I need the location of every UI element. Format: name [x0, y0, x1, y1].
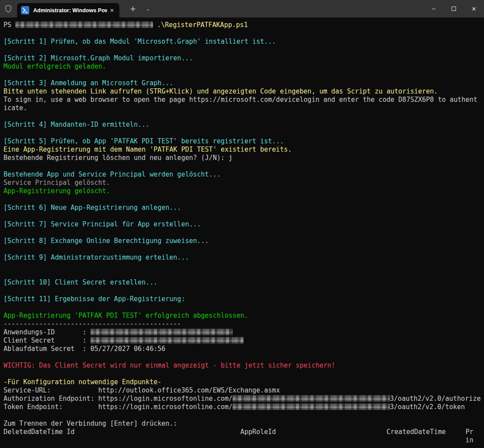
new-tab-button[interactable]: + [126, 3, 139, 14]
terminal-line [3, 162, 484, 170]
terminal-line [3, 229, 484, 237]
spacing [276, 428, 387, 436]
terminal-line: [Schritt 10] Client Secret erstellen... [3, 278, 484, 287]
maximize-icon [452, 7, 456, 11]
tab-title: Administrator: Windows Pow [33, 7, 107, 14]
terminal-text: in [466, 436, 474, 444]
terminal-output[interactable]: PS .\RegisterPATFAKApp.ps1 [Schritt 1] P… [0, 17, 484, 448]
terminal-line [3, 270, 484, 278]
spacing [55, 328, 82, 336]
terminal-text: [Schritt 3] Anmeldung an Microsoft Graph… [3, 79, 173, 87]
terminal-text: : [83, 328, 91, 336]
terminal-text: Modul erfolgreich geladen. [3, 63, 106, 70]
terminal-text: Bitte unten stehenden Link aufrufen (STR… [3, 87, 438, 95]
terminal-text: [Schritt 11] Ergebnisse der App-Registri… [3, 295, 185, 303]
terminal-text: icate. [3, 104, 27, 112]
terminal-text: Anwendungs-ID [3, 328, 55, 336]
terminal-line: in [3, 436, 484, 445]
terminal-line: [Schritt 6] Neue App-Registrierung anleg… [3, 204, 484, 212]
terminal-line: Eine App-Registrierung mit dem Namen 'PA… [3, 146, 484, 154]
terminal-line: Client Secret : [3, 337, 484, 345]
redacted-text [91, 329, 233, 335]
window-titlebar: Administrator: Windows Pow ✕ + ⌄ ─ ✕ [0, 0, 484, 17]
terminal-text: App-Registrierung 'PATFAK PDI TEST' erfo… [3, 312, 248, 320]
tab-powershell-admin[interactable]: Administrator: Windows Pow ✕ [17, 3, 119, 17]
terminal-line: [Schritt 1] Prüfen, ob das Modul 'Micros… [3, 38, 484, 46]
terminal-line: Bestehende App und Service Principal wer… [3, 170, 484, 179]
terminal-text: https://login.microsoftonline.com/ [98, 403, 233, 411]
terminal-line: [Schritt 4] Mandanten-ID ermitteln... [3, 121, 484, 129]
terminal-text: Client Secret [3, 337, 55, 344]
terminal-line [3, 195, 484, 204]
terminal-line [3, 262, 484, 270]
terminal-line [3, 303, 484, 312]
terminal-text: Bestehende App und Service Principal wer… [3, 170, 221, 178]
redacted-text [233, 403, 390, 410]
terminal-line: Ablaufdatum Secret : 05/27/2027 06:46:56 [3, 345, 484, 353]
terminal-text: 3/oauth2/v2.0/token [390, 403, 465, 411]
terminal-line: [Schritt 8] Exchange Online Berechtigung… [3, 237, 484, 245]
spacing [63, 403, 98, 411]
window-controls: ─ ✕ [424, 0, 484, 17]
admin-shield-icon [4, 0, 13, 17]
close-button[interactable]: ✕ [464, 0, 484, 17]
terminal-text: 3/oauth2/v2.0/authorize [390, 395, 481, 403]
redacted-text [233, 395, 390, 402]
powershell-icon [21, 6, 29, 14]
terminal-text: http://outlook.office365.com/EWS/Exchang… [98, 386, 280, 394]
terminal-line: Bitte unten stehenden Link aufrufen (STR… [3, 87, 484, 96]
terminal-line: Modul erfolgreich geladen. [3, 63, 484, 71]
terminal-line: App-Registrierung 'PATFAK PDI TEST' erfo… [3, 312, 484, 320]
tab-close-icon[interactable]: ✕ [107, 6, 117, 15]
terminal-line: -Für Konfiguration notwendige Endpunkte- [3, 378, 484, 386]
terminal-text [153, 21, 157, 29]
terminal-line: WICHTIG: Das Client Secret wird nur einm… [3, 361, 484, 370]
terminal-text: Zum Trennen der Verbindung [Enter] drück… [3, 420, 177, 427]
terminal-text: AppRoleId [240, 428, 276, 436]
spacing [75, 428, 240, 436]
terminal-line: To sign in, use a web browser to open th… [3, 96, 484, 104]
terminal-line [3, 212, 484, 220]
terminal-line: ----------------------------------------… [3, 320, 484, 328]
terminal-text: [Schritt 10] Client Secret erstellen... [3, 278, 157, 286]
terminal-text: DeletedDateTime Id [3, 428, 75, 436]
spacing [55, 337, 82, 344]
terminal-line: Authorization Endpoint: https://login.mi… [3, 395, 484, 403]
terminal-line [3, 287, 484, 295]
terminal-line: App-Registrierung gelöscht. [3, 187, 484, 195]
spacing [75, 345, 83, 353]
terminal-line [3, 112, 484, 121]
terminal-line: Token Endpoint: https://login.microsofto… [3, 403, 484, 411]
terminal-line: Zum Trennen der Verbindung [Enter] drück… [3, 420, 484, 428]
terminal-line [3, 411, 484, 420]
terminal-text: CreatedDateTime [387, 428, 446, 436]
terminal-line: [Schritt 5] Prüfen, ob App 'PATFAK PDI T… [3, 137, 484, 146]
terminal-text: -Für Konfiguration notwendige Endpunkte- [3, 378, 161, 386]
terminal-text: App-Registrierung gelöscht. [3, 187, 110, 195]
terminal-line: [Schritt 11] Ergebnisse der App-Registri… [3, 295, 484, 303]
terminal-line: Anwendungs-ID : [3, 328, 484, 337]
spacing [446, 428, 465, 436]
terminal-text: [Schritt 9] Administratorzustimmung erte… [3, 254, 189, 261]
terminal-text: WICHTIG: Das Client Secret wird nur einm… [3, 361, 335, 369]
terminal-line: [Schritt 9] Administratorzustimmung erte… [3, 254, 484, 262]
terminal-text: [Schritt 1] Prüfen, ob das Modul 'Micros… [3, 38, 276, 45]
terminal-line: [Schritt 7] Service Principal für App er… [3, 220, 484, 229]
terminal-line [3, 71, 484, 79]
spacing [3, 436, 466, 444]
terminal-line: icate. [3, 104, 484, 112]
terminal-line: PS .\RegisterPATFAKApp.ps1 [3, 21, 484, 29]
tab-dropdown-icon[interactable]: ⌄ [141, 3, 154, 14]
terminal-line [3, 46, 484, 54]
terminal-text: Pr [466, 428, 474, 436]
minimize-button[interactable]: ─ [424, 0, 444, 17]
terminal-line: Bestehende Registrierung löschen und neu… [3, 154, 484, 162]
maximize-button[interactable] [444, 0, 464, 17]
terminal-text: .\RegisterPATFAKApp.ps1 [157, 21, 248, 29]
redacted-text [91, 337, 244, 344]
terminal-line: [Schritt 3] Anmeldung an Microsoft Graph… [3, 79, 484, 87]
terminal-line: Service Principal gelöscht. [3, 179, 484, 187]
terminal-text: To sign in, use a web browser to open th… [3, 96, 477, 104]
terminal-text: Authorization Endpoint: https://login.mi… [3, 395, 233, 403]
terminal-text: Service Principal gelöscht. [3, 179, 110, 187]
